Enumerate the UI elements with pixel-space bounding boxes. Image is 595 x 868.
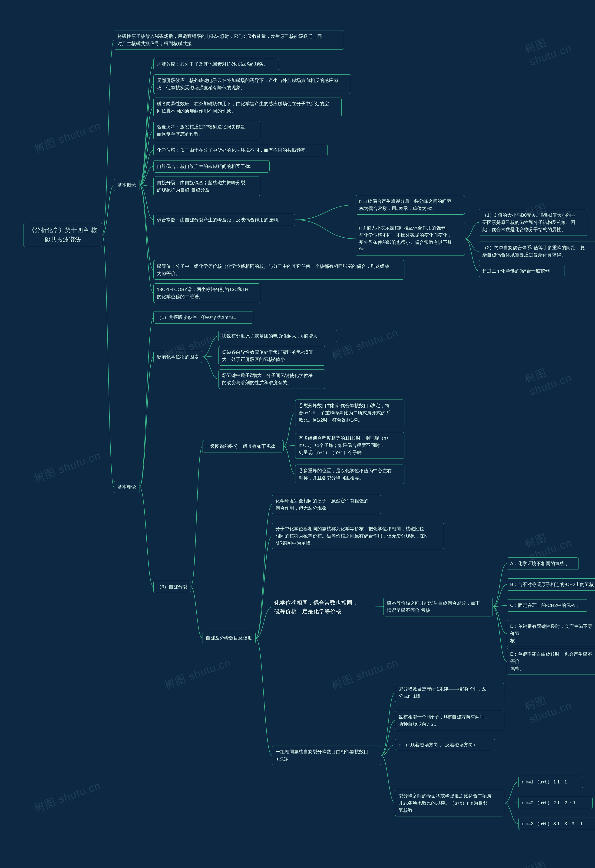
watermark: 树图 shutu.cn xyxy=(330,325,400,363)
shift-factor-3: ③氢键中质子δ增大，分子间氢键使化学位移 的改变与溶剂的性质和浓度有关。 xyxy=(219,369,326,389)
split-b4-c: ↑↓（↑顺着磁场方向，↓反着磁场方向） xyxy=(395,739,495,751)
root-node: 《分析化学》第十四章 核 磁共振波谱法 xyxy=(23,223,102,247)
theory-shift-factors: 影响化学位移的因素 xyxy=(153,351,202,363)
split-b1: 化学环境完全相同的质子，虽然它们有很强的 偶合作用，但无裂分现象。 xyxy=(272,495,381,514)
shift-factor-2: ②磁各向异性效应使处于负屏蔽区的氢核δ值 大，处于正屏蔽区的氢核δ值小 xyxy=(219,346,326,366)
noneq-e: E：单键不能自由旋转时，也会产生磁不等价 氢核。 xyxy=(507,648,595,675)
concept-relaxation: 驰豫历程：激发核通过非辐射途径损失能量 而恢复至基态的过程。 xyxy=(153,121,260,140)
first-order-law-2: ②多重峰的位置，是以化学位移值为中心左右 对称，并且各裂分峰间距相等。 xyxy=(295,465,404,484)
watermark: 树图 shutu.cn xyxy=(523,514,595,563)
pascal-1: n n=1 （a+b） 1 1：1 xyxy=(518,776,583,788)
split-b4-a: 裂分峰数目遵守n+1规律——相邻n个H，裂 分成n+1峰 xyxy=(395,683,504,703)
first-order-laws: 一级图谱的裂分一般具有如下规律 xyxy=(202,440,284,452)
concept-spin-coupling: 自旋偶合：核自旋产生的核磁矩间的相互干扰。 xyxy=(153,160,269,173)
noneq-d: D：单键带有双键性质时，会产生磁不等价氢 核 xyxy=(507,620,595,647)
pascal-2: n n=2 （a+b） 2 1：2 ：1 xyxy=(518,797,593,809)
concept-local-shielding: 局部屏蔽效应：核外成键电子云在外加磁场的诱导下，产生与外加磁场方向相反的感应磁 … xyxy=(153,74,351,94)
watermark: 树图 shutu.cn xyxy=(32,118,103,156)
watermark: 树图 shutu.cn xyxy=(330,655,400,692)
noneq-a: A：化学环境不相同的氢核； xyxy=(507,558,579,570)
intro-node: 将磁性原子核放入强磁场后，用适宜频率的电磁波照射，它们会吸收能量，发生原子核能级… xyxy=(114,30,344,50)
watermark: 树图 shutu.cn xyxy=(32,778,103,815)
watermark: 树图 shutu.cn xyxy=(162,655,233,692)
theory-spin-splitting: （3）自旋分裂 xyxy=(153,581,191,593)
watermark: 树图 shutu.cn xyxy=(523,349,595,398)
coupling-const-b2: （2）简单自旋偶合体系J值等于多重峰的间距，复 杂自旋偶合体系需要通过复杂计算求… xyxy=(479,242,595,261)
coupling-const-a: n 自旋偶合产生峰裂分后，裂分峰之间的间距 称为偶合常数，用J表示，单位为Hz。 xyxy=(355,195,465,215)
first-order-law-1b: 有多组偶合程度相等的1H核时，则呈现（n+ n'+…）+1个子峰；如果偶合程度不… xyxy=(295,432,404,459)
split-b4-b: 氢核相邻一个H原子，H核自旋方向有两种， 两种自旋取向方式 xyxy=(395,711,504,730)
coupling-const-b1: （1）J 值的大小与B0无关。影响J值大小的主 要因素是原子核的磁性和分子结构及… xyxy=(479,209,588,236)
split-b3-cond: 磁不等价核之间才能发生自旋偶合裂分，如下 情况呈磁不等价 氢核 xyxy=(383,597,493,616)
pascal-3: n n=3 （a+b） 3 1：3：3 ：1 xyxy=(518,818,595,830)
shift-factor-1: ①氢核邻近原子或基团的电负性越大，δ值增大。 xyxy=(219,330,337,342)
concept-chem-shift: 化学位移：质子由于在分子中所处的化学环境不同，而有不同的共振频率。 xyxy=(153,144,328,156)
watermark: 树图 shutu.cn xyxy=(32,448,103,486)
concept-coupling-constant: 偶合常数：由自旋分裂产生的峰裂距，反映偶合作用的强弱。 xyxy=(153,214,295,226)
concept-cosy: 13C-1H COSY谱：两坐标轴分别为13C和1H 的化学位移的二维谱。 xyxy=(153,283,260,303)
split-b2: 分子中化学位移相同的氢核称为化学等价核；把化学位移相同，核磁性也 相同的核称为磁… xyxy=(272,523,444,549)
concept-anisotropy: 磁各向异性效应：在外加磁场作用下，由化学键产生的感应磁场使在分子中所处的空 间位… xyxy=(153,97,342,117)
split-b4-d: 裂分峰之间的峰面积或峰强度之比符合二项展 开式各项系数比的规律。（a+b）n n… xyxy=(395,790,504,816)
split-b4: 一组相同氢核自旋裂分峰数目由相邻氢核数目 n 决定 xyxy=(272,745,381,765)
noneq-b: B：与不对称碳原子相连的-CH2上的氢核 xyxy=(507,579,595,590)
split-b3: 化学位移相同，偶合常数也相同， 磁等价核一定是化学等价核 xyxy=(272,597,370,617)
basic-theory-node: 基本理论 xyxy=(114,481,139,493)
splitting-count-intensity: 自旋裂分峰数目及强度 xyxy=(202,632,256,644)
noneq-c: C：固定在环上的-CH2中的氢核； xyxy=(507,599,588,611)
concept-shielding: 屏蔽效应：核外电子及其他因素对抗外加磁场的现象。 xyxy=(153,58,279,70)
concept-mag-equiv: 磁等价：分子中一组化学等价核（化学位移相同的核）与分子中的其它任何一个核都有相同… xyxy=(153,260,404,280)
watermark: 树图 shutu.cn xyxy=(523,676,595,726)
concept-spin-splitting: 自旋分裂：由自旋偶合引起核磁共振峰分裂 的现象称为自旋-自旋分裂。 xyxy=(153,177,260,196)
theory-resonance-cond: （1）共振吸收条件：①γ0=γ ②Δm=±1 xyxy=(153,311,253,323)
coupling-const-b: n J 值大小表示氢核间相互偶合作用的强弱。 与化学位移不同，不因外磁场的变化而… xyxy=(355,222,465,256)
watermark: 树图 shutu.cn xyxy=(523,841,595,868)
basic-concepts-node: 基本概念 xyxy=(114,179,139,191)
watermark: 树图 shutu.cn xyxy=(523,19,595,68)
coupling-const-b3: 超过三个化学键的J偶合一般较弱。 xyxy=(479,265,565,277)
first-order-law-1: ①裂分峰数目由相邻偶合氢核数目n决定，符 合n+1律，多重峰峰高比为二项式展开式… xyxy=(295,400,404,426)
